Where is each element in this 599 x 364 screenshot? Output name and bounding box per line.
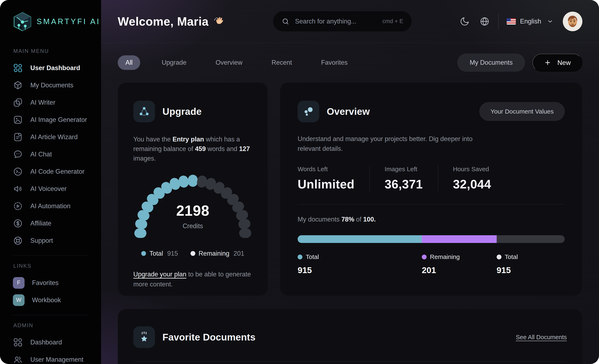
- search-icon: [282, 17, 290, 26]
- sidebar-item-workbook[interactable]: WWorkbook: [13, 291, 88, 309]
- language-label: English: [520, 18, 541, 25]
- sidebar-clipped-item-icon: [16, 362, 25, 364]
- dark-mode-toggle[interactable]: [459, 16, 470, 27]
- app-window: SMARTYFI AI MAIN MENUUser DashboardMy Do…: [0, 0, 599, 364]
- sidebar-section-label: MAIN MENU: [13, 48, 88, 54]
- tab-favorites[interactable]: Favorites: [313, 55, 355, 70]
- legend-dot: [141, 251, 146, 256]
- brand-logo[interactable]: SMARTYFI AI: [13, 12, 88, 32]
- user-avatar[interactable]: [563, 12, 582, 31]
- writer-icon: [13, 98, 23, 107]
- documents-table: Document Information Category In Date Ho…: [133, 362, 567, 364]
- sidebar-item-label: AI Image Generator: [30, 116, 87, 124]
- tab-overview[interactable]: Overview: [208, 55, 250, 70]
- your-document-values-button[interactable]: Your Document Values: [479, 102, 565, 121]
- overview-card: Overview Your Document Values Understand…: [280, 82, 582, 296]
- legend-dot: [298, 255, 302, 259]
- upgrade-your-plan-link[interactable]: Upgrade your plan: [133, 271, 186, 278]
- search-input[interactable]: Search for anything... cmd + E: [273, 11, 412, 31]
- globe-icon: [479, 16, 490, 27]
- progress-legend-remaining: Remaining201: [422, 253, 497, 275]
- voiceover-icon: [13, 184, 23, 194]
- tab-upgrade[interactable]: Upgrade: [154, 55, 194, 70]
- sidebar-item-label: AI Code Generator: [30, 168, 84, 175]
- progress-legend: Total915Remaining201Total915: [298, 253, 565, 275]
- image-icon: [13, 115, 23, 125]
- progress-legend-total: Total915: [298, 253, 422, 275]
- legend-dot: [191, 251, 195, 256]
- tab-all[interactable]: All: [118, 55, 140, 70]
- gauge-dot: [188, 175, 198, 187]
- code-icon: [13, 167, 23, 177]
- credits-label: Credits: [133, 222, 252, 230]
- overview-stats: Words Left Unlimited Images Left 36,371 …: [298, 166, 565, 191]
- automation-icon: [13, 201, 23, 211]
- wave-hand-icon: [214, 15, 226, 27]
- globe-button[interactable]: [479, 16, 490, 27]
- documents-progress-label: My documents 78% of 100.: [298, 216, 565, 223]
- moon-icon: [459, 16, 470, 27]
- new-button[interactable]: New: [532, 54, 582, 71]
- tab-recent[interactable]: Recent: [264, 55, 300, 70]
- progress-segment: [422, 235, 497, 243]
- avatar-illustration: [563, 12, 582, 31]
- sidebar-item-label: Affiliate: [30, 220, 51, 227]
- gauge-center: 2198 Credits: [133, 202, 252, 230]
- legend-total: Total915: [141, 250, 178, 257]
- favorites-title: Favorite Documents: [162, 332, 255, 343]
- greeting-text: Welcome, Maria: [118, 15, 209, 28]
- search-shortcut: cmd + E: [382, 18, 403, 25]
- sidebar-item-label: User Dashboard: [30, 64, 80, 72]
- sidebar-item-affiliate[interactable]: Affiliate: [13, 215, 88, 232]
- sidebar-item-label: My Documents: [30, 81, 73, 89]
- sidebar-item-label: AI Voiceover: [30, 185, 67, 193]
- affiliate-icon: [13, 218, 23, 228]
- upgrade-link-text: Upgrade your plan to be able to generate…: [133, 269, 252, 289]
- sidebar-item-ai-chat[interactable]: AI Chat: [13, 146, 88, 163]
- sidebar-section-label: LINKS: [13, 263, 88, 269]
- sidebar-divider: [13, 315, 88, 315]
- credits-value: 2198: [133, 202, 252, 219]
- chat-icon: [13, 149, 23, 159]
- language-selector[interactable]: English: [507, 18, 554, 25]
- overview-divider: [298, 204, 565, 204]
- sidebar-item-ai-automation[interactable]: AI Automation: [13, 197, 88, 215]
- gauge-legend: Total915Remaining201: [133, 250, 252, 257]
- support-icon: [13, 236, 23, 246]
- plan-summary-text: You have the Entry plan which has a rema…: [133, 134, 252, 163]
- stat-hours-saved: Hours Saved 32,044: [438, 166, 506, 191]
- see-all-documents-link[interactable]: See All Documents: [516, 334, 567, 341]
- toolbar-actions: My Documents New: [457, 54, 582, 71]
- grid-icon: [13, 63, 23, 73]
- sidebar-item-support[interactable]: Support: [13, 232, 88, 249]
- progress-segment: [298, 235, 422, 243]
- sidebar-section-label: ADMIN: [13, 322, 88, 329]
- sidebar-item-label: AI Writer: [30, 99, 55, 106]
- falling-star-icon: [133, 326, 155, 348]
- sidebar-item-ai-article-wizard[interactable]: AI Article Wizard: [13, 128, 88, 146]
- overview-description: Understand and manage your projects bett…: [298, 134, 485, 153]
- progress-legend-total: Total915: [497, 253, 565, 275]
- sidebar-item-ai-voiceover[interactable]: AI Voiceover: [13, 180, 88, 197]
- sidebar-item-label: Workbook: [32, 296, 61, 304]
- sidebar-item-favorites[interactable]: FFavorites: [13, 274, 88, 291]
- workbook-badge-icon: W: [13, 294, 25, 306]
- sidebar-item-ai-code-generator[interactable]: AI Code Generator: [13, 163, 88, 180]
- legend-dot: [497, 255, 502, 259]
- share-nodes-icon: [133, 101, 155, 122]
- upgrade-card-header: Upgrade: [133, 98, 252, 125]
- sidebar: SMARTYFI AI MAIN MENUUser DashboardMy Do…: [0, 0, 101, 364]
- brand-wordmark: SMARTYFI AI: [37, 17, 100, 26]
- sidebar-item-my-documents[interactable]: My Documents: [13, 77, 88, 94]
- header-divider: [498, 14, 499, 29]
- sidebar-item-user-dashboard[interactable]: User Dashboard: [13, 59, 88, 77]
- stat-images-left: Images Left 36,371: [369, 166, 438, 191]
- favorites-badge-icon: F: [13, 277, 25, 289]
- sidebar-item-dashboard[interactable]: Dashboard: [13, 334, 88, 351]
- sidebar-item-ai-writer[interactable]: AI Writer: [13, 94, 88, 111]
- sidebar-item-ai-image-generator[interactable]: AI Image Generator: [13, 111, 88, 128]
- search-placeholder: Search for anything...: [295, 18, 377, 25]
- sidebar-item-label: AI Article Wizard: [30, 133, 78, 141]
- filter-tabs: AllUpgradeOverviewRecentFavorites: [118, 55, 355, 70]
- my-documents-button[interactable]: My Documents: [457, 54, 525, 71]
